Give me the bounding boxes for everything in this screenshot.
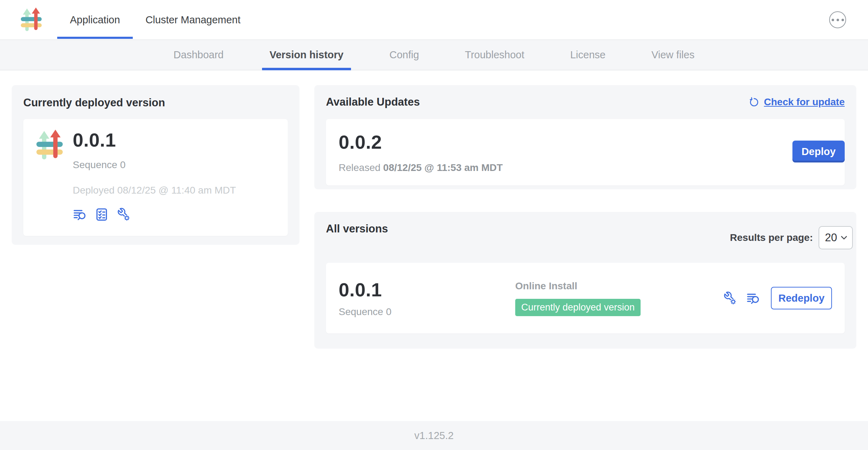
top-navbar: Application Cluster Management xyxy=(0,0,868,40)
version-row-actions: Redeploy xyxy=(723,287,832,309)
deployed-card-title: Currently deployed version xyxy=(23,96,288,109)
version-row-info: 0.0.1 Sequence 0 xyxy=(339,279,515,318)
released-prefix: Released xyxy=(339,162,380,173)
version-row-status: Online Install Currently deployed versio… xyxy=(515,280,723,316)
chevron-down-icon xyxy=(841,235,847,240)
version-row: 0.0.1 Sequence 0 Online Install Currentl… xyxy=(326,263,845,333)
tab-cluster-management-label: Cluster Management xyxy=(145,14,240,26)
deployed-version-meta: 0.0.1 Sequence 0 Deployed 08/12/25 @ 11:… xyxy=(73,129,236,226)
all-versions-title: All versions xyxy=(326,223,388,235)
subnav-view-files[interactable]: View files xyxy=(629,40,718,70)
redeploy-button[interactable]: Redeploy xyxy=(771,287,832,309)
available-updates-card: Available Updates Check for update 0.0.2… xyxy=(314,85,856,189)
row-version-number: 0.0.1 xyxy=(339,279,515,301)
ellipsis-dot xyxy=(837,19,839,21)
install-type-label: Online Install xyxy=(515,280,723,292)
currently-deployed-badge: Currently deployed version xyxy=(515,299,641,316)
check-for-update-label: Check for update xyxy=(764,96,845,108)
top-tabs: Application Cluster Management xyxy=(57,0,253,40)
app-logo-icon xyxy=(20,7,42,32)
app-logo-icon xyxy=(35,130,64,161)
tab-application-label: Application xyxy=(70,14,120,26)
all-versions-header: All versions Results per page: 20 xyxy=(326,223,845,249)
deploy-button[interactable]: Deploy xyxy=(792,141,845,162)
results-per-page-label: Results per page: xyxy=(730,232,813,243)
results-per-page-select[interactable]: 20 xyxy=(819,226,853,249)
subnav-license-label: License xyxy=(570,49,606,61)
topbar-spacer xyxy=(253,0,829,40)
subnav-license[interactable]: License xyxy=(547,40,629,70)
subnav-dashboard-label: Dashboard xyxy=(173,49,224,61)
config-icon[interactable] xyxy=(117,207,131,221)
update-version-number: 0.0.2 xyxy=(339,131,832,153)
released-timestamp: 08/12/25 @ 11:53 am MDT xyxy=(383,162,503,173)
app-subnav: Dashboard Version history Config Trouble… xyxy=(0,40,868,70)
subnav-config-label: Config xyxy=(390,49,419,61)
active-subnav-underline xyxy=(262,68,351,70)
subnav-troubleshoot[interactable]: Troubleshoot xyxy=(442,40,547,70)
deployed-version-number: 0.0.1 xyxy=(73,129,236,151)
console-version: v1.125.2 xyxy=(414,430,453,442)
update-release-panel: 0.0.2 Released 08/12/25 @ 11:53 am MDT D… xyxy=(326,119,845,185)
main-content: Currently deployed version 0.0.1 Sequenc… xyxy=(0,70,868,421)
ellipsis-dot xyxy=(832,19,834,21)
active-tab-underline xyxy=(57,37,133,39)
results-per-page-value: 20 xyxy=(825,231,837,244)
check-for-update-link[interactable]: Check for update xyxy=(748,96,845,108)
deployed-timestamp: Deployed 08/12/25 @ 11:40 am MDT xyxy=(73,185,236,196)
deployed-version-panel: 0.0.1 Sequence 0 Deployed 08/12/25 @ 11:… xyxy=(23,119,288,236)
subnav-dashboard[interactable]: Dashboard xyxy=(150,40,246,70)
subnav-version-history[interactable]: Version history xyxy=(246,40,367,70)
available-updates-title: Available Updates xyxy=(326,96,420,108)
more-menu-button[interactable] xyxy=(829,11,846,28)
results-per-page: Results per page: 20 xyxy=(730,226,853,249)
subnav-config[interactable]: Config xyxy=(367,40,442,70)
row-sequence: Sequence 0 xyxy=(339,306,515,318)
deployed-action-icons xyxy=(73,207,236,221)
all-versions-card: All versions Results per page: 20 0.0.1 … xyxy=(314,212,856,349)
release-notes-icon[interactable] xyxy=(73,207,87,221)
subnav-troubleshoot-label: Troubleshoot xyxy=(465,49,524,61)
update-released-line: Released 08/12/25 @ 11:53 am MDT xyxy=(339,162,832,173)
config-icon[interactable] xyxy=(723,291,737,305)
tab-application[interactable]: Application xyxy=(57,0,133,40)
currently-deployed-card: Currently deployed version 0.0.1 Sequenc… xyxy=(12,85,299,245)
tab-cluster-management[interactable]: Cluster Management xyxy=(133,0,253,40)
ellipsis-dot xyxy=(842,19,844,21)
refresh-icon xyxy=(748,96,760,108)
subnav-version-history-label: Version history xyxy=(269,49,344,61)
available-updates-header: Available Updates Check for update xyxy=(326,96,845,108)
page-footer: v1.125.2 xyxy=(0,421,868,450)
preflight-checks-icon[interactable] xyxy=(95,207,109,221)
subnav-view-files-label: View files xyxy=(652,49,695,61)
deployed-sequence: Sequence 0 xyxy=(73,159,236,171)
release-notes-icon[interactable] xyxy=(746,291,760,305)
version-history-page: Application Cluster Management Dashboard… xyxy=(0,0,868,450)
